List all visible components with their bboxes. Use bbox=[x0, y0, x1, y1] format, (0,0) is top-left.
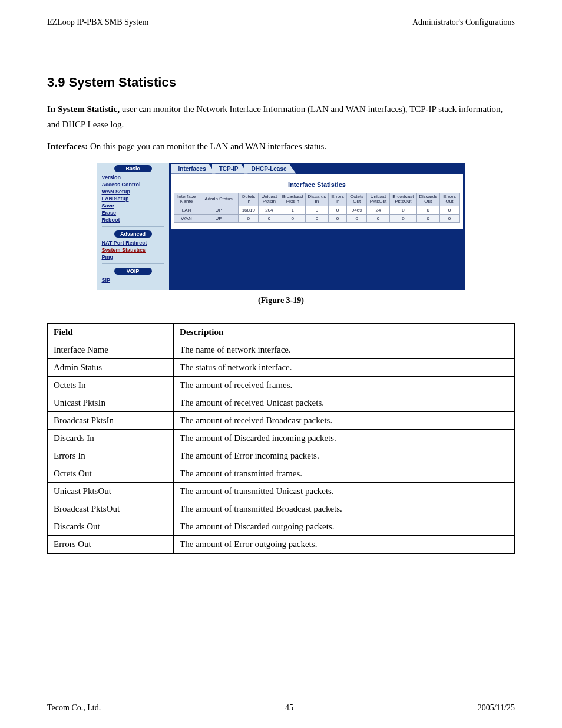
sidebar-item-version[interactable]: Version bbox=[102, 174, 166, 180]
tab-row: Interfaces TCP-IP DHCP-Lease bbox=[169, 163, 465, 174]
sidebar-header-basic: Basic bbox=[114, 165, 152, 172]
col-admin-status: Admin Status bbox=[199, 193, 239, 206]
field-desc-cell: The name of network interface. bbox=[174, 341, 515, 358]
field-name-cell: Broadcast PktsIn bbox=[48, 411, 174, 429]
field-name-cell: Errors Out bbox=[48, 535, 174, 553]
doc-title: EZLoop IP-PBX SMB System bbox=[47, 18, 148, 27]
sidebar-item-access-control[interactable]: Access Control bbox=[102, 182, 166, 187]
field-name-cell: Errors In bbox=[48, 447, 174, 465]
col-unicast-pktsin: Unicast PktsIn bbox=[259, 193, 280, 206]
col-discards-out: Discards Out bbox=[416, 193, 439, 206]
col-discards-in: Discards In bbox=[306, 193, 329, 206]
sidebar-header-voip: VOIP bbox=[114, 268, 152, 275]
field-name-cell: Unicast PktsIn bbox=[48, 394, 174, 411]
cell: 0 bbox=[389, 206, 416, 215]
field-name-cell: Admin Status bbox=[48, 358, 174, 376]
table-row: Errors InThe amount of Error incoming pa… bbox=[48, 447, 515, 465]
field-name-cell: Discards Out bbox=[48, 518, 174, 535]
sidebar-item-ping[interactable]: Ping bbox=[102, 254, 166, 260]
cell: UP bbox=[199, 215, 239, 223]
sidebar: Basic Version Access Control WAN Setup L… bbox=[97, 163, 169, 290]
field-name-cell: Unicast PktsOut bbox=[48, 482, 174, 500]
main-panel: Interfaces TCP-IP DHCP-Lease Interface S… bbox=[169, 163, 465, 290]
stats-panel: Interface Statistics Interface Name Admi… bbox=[171, 174, 463, 229]
col-octets-out: Octets Out bbox=[347, 193, 367, 206]
page-footer: Tecom Co., Ltd. 45 2005/11/25 bbox=[47, 703, 515, 713]
field-desc-cell: The amount of transmitted Broadcast pack… bbox=[174, 500, 515, 518]
table-row: Interface NameThe name of network interf… bbox=[48, 341, 515, 358]
field-desc-cell: The amount of received Broadcast packets… bbox=[174, 411, 515, 429]
table-row: Unicast PktsOutThe amount of transmitted… bbox=[48, 482, 515, 500]
cell: 204 bbox=[259, 206, 280, 215]
col-octets-in: Octets In bbox=[239, 193, 259, 206]
interfaces-paragraph: Interfaces: On this page you can monitor… bbox=[47, 139, 515, 154]
field-desc-cell: The amount of Error outgoing packets. bbox=[174, 535, 515, 553]
cell: 0 bbox=[239, 215, 259, 223]
chapter-title: Administrator's Configurations bbox=[412, 18, 515, 27]
figure-caption: (Figure 3-19) bbox=[47, 296, 515, 305]
stats-row-lan: LAN UP 16819 204 1 0 0 9469 24 0 0 bbox=[174, 206, 459, 215]
cell: 0 bbox=[306, 206, 329, 215]
table-row: Broadcast PktsOutThe amount of transmitt… bbox=[48, 500, 515, 518]
cell: UP bbox=[199, 206, 239, 215]
tab-tcp-ip[interactable]: TCP-IP bbox=[212, 164, 248, 174]
sidebar-item-lan-setup[interactable]: LAN Setup bbox=[102, 196, 166, 202]
col-errors-in: Errors In bbox=[328, 193, 346, 206]
cell: 0 bbox=[280, 215, 306, 223]
sidebar-separator bbox=[102, 226, 164, 227]
fields-table: Field Description Interface NameThe name… bbox=[47, 323, 515, 554]
intro-bold: In System Statistic, bbox=[47, 104, 120, 114]
sidebar-item-nat-port-redirect[interactable]: NAT Port Redirect bbox=[102, 240, 166, 246]
cell: 0 bbox=[439, 206, 459, 215]
sidebar-item-sip[interactable]: SIP bbox=[102, 277, 166, 283]
field-desc-cell: The amount of received Unicast packets. bbox=[174, 394, 515, 411]
sidebar-item-save[interactable]: Save bbox=[102, 203, 166, 209]
field-desc-cell: The amount of Error incoming packets. bbox=[174, 447, 515, 465]
interfaces-desc: On this page you can monitor the LAN and… bbox=[88, 141, 326, 151]
table-row: Unicast PktsInThe amount of received Uni… bbox=[48, 394, 515, 411]
sidebar-item-erase[interactable]: Erase bbox=[102, 210, 166, 216]
cell: 0 bbox=[306, 215, 329, 223]
tab-interfaces[interactable]: Interfaces bbox=[171, 164, 216, 174]
table-row: Octets OutThe amount of transmitted fram… bbox=[48, 465, 515, 482]
fields-header-field: Field bbox=[48, 323, 174, 341]
col-broadcast-pktsout: Broadcast PktsOut bbox=[389, 193, 416, 206]
sidebar-item-wan-setup[interactable]: WAN Setup bbox=[102, 189, 166, 195]
footer-page-number: 45 bbox=[285, 703, 293, 713]
tab-dhcp-lease[interactable]: DHCP-Lease bbox=[244, 164, 296, 174]
field-desc-cell: The amount of Discarded incoming packets… bbox=[174, 429, 515, 447]
sidebar-item-system-statistics[interactable]: System Statistics bbox=[102, 247, 166, 253]
stats-title: Interface Statistics bbox=[171, 177, 463, 193]
col-errors-out: Errors Out bbox=[439, 193, 459, 206]
field-name-cell: Interface Name bbox=[48, 341, 174, 358]
cell: WAN bbox=[174, 215, 199, 223]
col-unicast-pktsout: Unicast PktsOut bbox=[367, 193, 390, 206]
field-desc-cell: The status of network interface. bbox=[174, 358, 515, 376]
field-name-cell: Octets Out bbox=[48, 465, 174, 482]
cell: 16819 bbox=[239, 206, 259, 215]
field-desc-cell: The amount of Discarded outgoing packets… bbox=[174, 518, 515, 535]
sidebar-separator bbox=[102, 263, 164, 264]
footer-company: Tecom Co., Ltd. bbox=[47, 703, 101, 713]
sidebar-item-reboot[interactable]: Reboot bbox=[102, 217, 166, 223]
table-row: Discards OutThe amount of Discarded outg… bbox=[48, 518, 515, 535]
figure-screenshot: Basic Version Access Control WAN Setup L… bbox=[97, 163, 465, 290]
field-desc-cell: The amount of transmitted frames. bbox=[174, 465, 515, 482]
cell: 0 bbox=[416, 206, 439, 215]
cell: 9469 bbox=[347, 206, 367, 215]
col-broadcast-pktsin: Broadcast PktsIn bbox=[280, 193, 306, 206]
field-desc-cell: The amount of received frames. bbox=[174, 376, 515, 394]
field-name-cell: Broadcast PktsOut bbox=[48, 500, 174, 518]
field-name-cell: Octets In bbox=[48, 376, 174, 394]
table-row: Octets InThe amount of received frames. bbox=[48, 376, 515, 394]
cell: 0 bbox=[439, 215, 459, 223]
table-row: Admin StatusThe status of network interf… bbox=[48, 358, 515, 376]
cell: 0 bbox=[389, 215, 416, 223]
col-interface-name: Interface Name bbox=[174, 193, 199, 206]
cell: 0 bbox=[347, 215, 367, 223]
fields-header-row: Field Description bbox=[48, 323, 515, 341]
fields-header-description: Description bbox=[174, 323, 515, 341]
stats-row-wan: WAN UP 0 0 0 0 0 0 0 0 0 bbox=[174, 215, 459, 223]
stats-header-row: Interface Name Admin Status Octets In Un… bbox=[174, 193, 459, 206]
header-rule bbox=[47, 45, 515, 45]
